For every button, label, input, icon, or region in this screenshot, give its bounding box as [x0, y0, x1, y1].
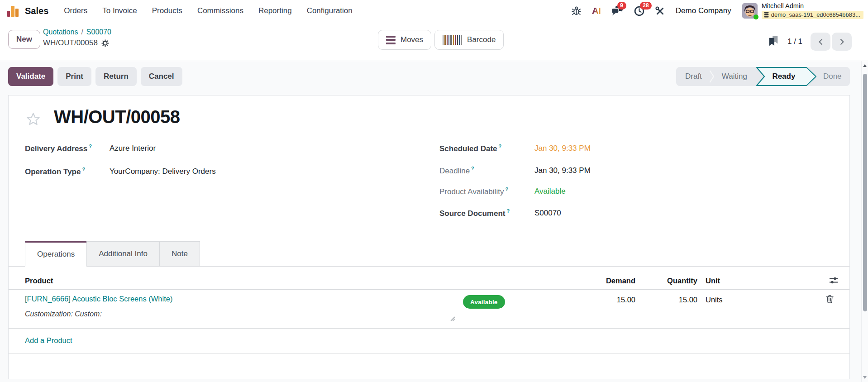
menu-reporting[interactable]: Reporting [258, 6, 292, 15]
availability-badge: Available [463, 295, 505, 309]
activities-menu[interactable]: 28 [634, 6, 644, 16]
help-marker[interactable]: ? [82, 167, 85, 172]
breadcrumb-quotations-link[interactable]: Quotations [43, 28, 78, 36]
breadcrumb-top-line: Quotations / S00070 [43, 28, 111, 36]
breadcrumb: Quotations / S00070 WH/OUT/00058 [43, 28, 111, 48]
validate-button[interactable]: Validate [8, 67, 53, 86]
scrollbar-up-arrow-icon[interactable] [863, 64, 867, 67]
page-body: Validate Print Return Cancel Draft Waiti… [0, 61, 868, 382]
logo-bar-2 [11, 6, 14, 17]
column-header-quantity[interactable]: Quantity [607, 272, 697, 289]
help-marker[interactable]: ? [471, 166, 474, 171]
menu-configuration[interactable]: Configuration [307, 6, 353, 15]
form-sheet: WH/OUT/00058 Delivery Address? Azure Int… [8, 95, 850, 379]
bookmark-icon[interactable] [768, 36, 779, 48]
user-menu[interactable]: Mitchell Admin demo_saas-191_ed0c6854bb8… [742, 3, 863, 19]
odoo-inventory-delivery-page: Sales Orders To Invoice Products Commiss… [0, 0, 868, 382]
top-navbar: Sales Orders To Invoice Products Commiss… [0, 0, 868, 22]
logo-bar-3 [15, 9, 19, 17]
deadline-label: Deadline? [439, 166, 474, 176]
chevron-left-icon [819, 38, 823, 45]
tools-icon[interactable] [655, 6, 665, 16]
menu-orders[interactable]: Orders [64, 6, 87, 15]
textarea-resize-grip[interactable] [450, 316, 455, 321]
delete-row-trash-icon[interactable] [826, 295, 834, 303]
debug-bug-icon[interactable] [572, 6, 581, 16]
action-buttons: Validate Print Return Cancel [8, 67, 182, 86]
logo-bar-1 [7, 11, 10, 17]
gear-icon[interactable] [101, 39, 109, 47]
favorite-star-icon[interactable] [26, 112, 41, 127]
sales-app-icon[interactable] [7, 5, 19, 17]
table-footer-divider [9, 353, 849, 353]
ai-assistant-icon[interactable]: AI [592, 5, 601, 16]
optional-columns-icon[interactable] [829, 276, 839, 285]
pager-buttons [811, 33, 852, 51]
messages-menu[interactable]: 9 [611, 6, 623, 16]
scheduled-date-value[interactable]: Jan 30, 9:33 PM [534, 144, 591, 153]
breadcrumb-current-record: WH/OUT/00058 [43, 38, 98, 48]
print-button[interactable]: Print [57, 67, 91, 86]
return-button[interactable]: Return [95, 67, 137, 86]
quantity-cell[interactable]: 15.00 [607, 296, 697, 304]
table-header-divider [9, 289, 849, 290]
tab-operations[interactable]: Operations [25, 241, 87, 267]
cancel-button[interactable]: Cancel [141, 67, 182, 86]
breadcrumb-sale-order-link[interactable]: S00070 [86, 28, 111, 36]
pager-previous-button[interactable] [811, 33, 830, 51]
database-icon [764, 12, 769, 18]
scrollbar-down-arrow-icon[interactable] [863, 376, 867, 379]
barcode-button[interactable]: Barcode [434, 30, 504, 50]
menu-products[interactable]: Products [152, 6, 182, 15]
product-availability-label: Product Availability? [439, 186, 508, 196]
app-name[interactable]: Sales [25, 6, 48, 16]
database-label: demo_saas-191_ed0c6854bb83... [771, 11, 860, 18]
avatar [742, 3, 758, 19]
source-document-value[interactable]: S00070 [534, 209, 561, 218]
breadcrumb-current-line: WH/OUT/00058 [43, 38, 111, 48]
status-step-waiting[interactable]: Waiting [715, 72, 754, 81]
pager-counter: 1 / 1 [787, 37, 802, 46]
scrollbar-thumb[interactable] [863, 74, 867, 311]
column-header-unit[interactable]: Unit [706, 272, 720, 289]
breadcrumb-separator: / [81, 28, 83, 36]
help-marker[interactable]: ? [499, 143, 502, 149]
control-panel: New Quotations / S00070 WH/OUT/00058 [0, 22, 868, 61]
operation-type-value[interactable]: YourCompany: Delivery Orders [110, 167, 216, 176]
unit-cell[interactable]: Units [706, 296, 723, 304]
moves-list-icon [386, 36, 396, 44]
tab-note[interactable]: Note [159, 241, 200, 267]
delivery-address-value[interactable]: Azure Interior [110, 144, 156, 153]
product-link[interactable]: [FURN_6666] Acoustic Bloc Screens (White… [25, 295, 172, 303]
status-step-ready-label: Ready [761, 67, 807, 86]
add-a-product-link[interactable]: Add a Product [25, 328, 72, 353]
vertical-scrollbar[interactable] [861, 61, 868, 382]
table-row-divider [9, 328, 849, 329]
column-header-product[interactable]: Product [25, 272, 53, 289]
user-meta: Mitchell Admin demo_saas-191_ed0c6854bb8… [762, 3, 863, 19]
menu-commissions[interactable]: Commissions [197, 6, 243, 15]
new-button[interactable]: New [8, 30, 40, 49]
activities-badge: 28 [640, 2, 652, 10]
status-step-draft[interactable]: Draft [678, 72, 709, 81]
navbar-left: Sales Orders To Invoice Products Commiss… [0, 0, 367, 22]
status-step-done[interactable]: Done [819, 72, 849, 81]
help-marker[interactable]: ? [505, 186, 508, 192]
help-marker[interactable]: ? [89, 143, 92, 149]
smart-buttons: Moves Barcode [378, 30, 504, 50]
company-switcher[interactable]: Demo Company [676, 6, 731, 15]
statusbar: Draft Waiting Ready Done [676, 67, 850, 86]
product-description[interactable]: Customization: Custom: [25, 310, 102, 318]
user-name: Mitchell Admin [762, 3, 863, 10]
product-availability-value: Available [534, 187, 566, 196]
online-status-dot [754, 14, 758, 19]
menu-to-invoice[interactable]: To Invoice [102, 6, 137, 15]
help-marker[interactable]: ? [506, 208, 510, 214]
tab-additional-info[interactable]: Additional Info [86, 241, 160, 267]
status-step-ready-active[interactable]: Ready [756, 67, 817, 86]
delivery-address-label: Delivery Address? [25, 143, 92, 153]
pager-next-button[interactable] [832, 33, 852, 51]
notebook-tabs: Operations Additional Info Note [25, 241, 200, 267]
moves-button-label: Moves [401, 35, 423, 44]
moves-button[interactable]: Moves [378, 30, 431, 50]
